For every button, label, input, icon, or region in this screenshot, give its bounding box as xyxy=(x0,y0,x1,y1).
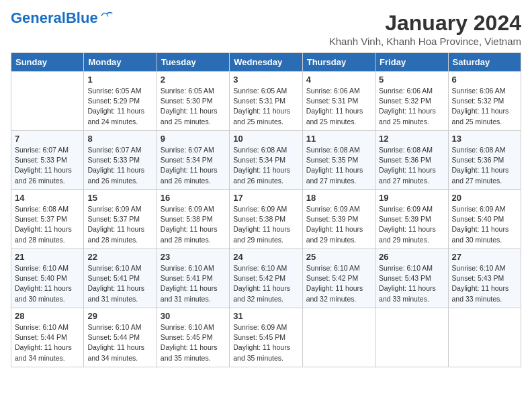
day-number: 7 xyxy=(15,134,80,144)
day-content: Sunrise: 6:10 AM Sunset: 5:44 PM Dayligh… xyxy=(15,322,80,363)
calendar-day-header: Wednesday xyxy=(230,53,302,72)
day-number: 26 xyxy=(379,252,444,262)
day-number: 16 xyxy=(161,193,226,203)
day-content: Sunrise: 6:09 AM Sunset: 5:37 PM Dayligh… xyxy=(87,204,152,245)
day-content: Sunrise: 6:10 AM Sunset: 5:43 PM Dayligh… xyxy=(452,263,517,304)
calendar-cell xyxy=(448,308,521,367)
calendar-body: 1Sunrise: 6:05 AM Sunset: 5:29 PM Daylig… xyxy=(11,72,521,367)
calendar-cell: 28Sunrise: 6:10 AM Sunset: 5:44 PM Dayli… xyxy=(11,308,84,367)
day-content: Sunrise: 6:09 AM Sunset: 5:38 PM Dayligh… xyxy=(233,204,298,245)
calendar-cell xyxy=(375,308,448,367)
day-content: Sunrise: 6:09 AM Sunset: 5:39 PM Dayligh… xyxy=(306,204,371,245)
day-number: 9 xyxy=(161,134,226,144)
calendar-cell: 4Sunrise: 6:06 AM Sunset: 5:31 PM Daylig… xyxy=(302,72,375,131)
calendar-day-header: Sunday xyxy=(11,53,84,72)
calendar-cell: 17Sunrise: 6:09 AM Sunset: 5:38 PM Dayli… xyxy=(230,190,302,249)
day-content: Sunrise: 6:06 AM Sunset: 5:32 PM Dayligh… xyxy=(452,86,517,127)
day-number: 28 xyxy=(15,311,80,321)
day-content: Sunrise: 6:08 AM Sunset: 5:37 PM Dayligh… xyxy=(15,204,80,245)
calendar-cell: 18Sunrise: 6:09 AM Sunset: 5:39 PM Dayli… xyxy=(302,190,375,249)
calendar-cell: 24Sunrise: 6:10 AM Sunset: 5:42 PM Dayli… xyxy=(230,249,302,308)
calendar-cell: 9Sunrise: 6:07 AM Sunset: 5:34 PM Daylig… xyxy=(157,131,229,190)
day-content: Sunrise: 6:07 AM Sunset: 5:33 PM Dayligh… xyxy=(87,145,152,186)
day-content: Sunrise: 6:08 AM Sunset: 5:36 PM Dayligh… xyxy=(452,145,517,186)
calendar-cell: 13Sunrise: 6:08 AM Sunset: 5:36 PM Dayli… xyxy=(448,131,521,190)
calendar-cell: 19Sunrise: 6:09 AM Sunset: 5:39 PM Dayli… xyxy=(375,190,448,249)
day-content: Sunrise: 6:08 AM Sunset: 5:35 PM Dayligh… xyxy=(306,145,371,186)
day-number: 5 xyxy=(379,75,444,85)
calendar-cell: 14Sunrise: 6:08 AM Sunset: 5:37 PM Dayli… xyxy=(11,190,84,249)
day-content: Sunrise: 6:08 AM Sunset: 5:36 PM Dayligh… xyxy=(379,145,444,186)
day-number: 10 xyxy=(233,134,298,144)
title-block: January 2024 Khanh Vinh, Khanh Hoa Provi… xyxy=(329,11,521,47)
calendar-cell: 29Sunrise: 6:10 AM Sunset: 5:44 PM Dayli… xyxy=(84,308,157,367)
day-content: Sunrise: 6:10 AM Sunset: 5:43 PM Dayligh… xyxy=(379,263,444,304)
logo: GeneralBlue xyxy=(11,11,113,26)
day-number: 23 xyxy=(161,252,226,262)
day-content: Sunrise: 6:07 AM Sunset: 5:33 PM Dayligh… xyxy=(15,145,80,186)
day-content: Sunrise: 6:06 AM Sunset: 5:31 PM Dayligh… xyxy=(306,86,371,127)
day-number: 3 xyxy=(233,75,298,85)
day-number: 20 xyxy=(452,193,517,203)
day-number: 21 xyxy=(15,252,80,262)
calendar-cell: 8Sunrise: 6:07 AM Sunset: 5:33 PM Daylig… xyxy=(84,131,157,190)
day-content: Sunrise: 6:10 AM Sunset: 5:45 PM Dayligh… xyxy=(161,322,226,363)
calendar-day-header: Tuesday xyxy=(157,53,229,72)
day-number: 15 xyxy=(87,193,152,203)
day-number: 8 xyxy=(87,134,152,144)
calendar-cell: 5Sunrise: 6:06 AM Sunset: 5:32 PM Daylig… xyxy=(375,72,448,131)
logo-text: GeneralBlue xyxy=(11,11,98,26)
calendar-cell: 16Sunrise: 6:09 AM Sunset: 5:38 PM Dayli… xyxy=(157,190,229,249)
calendar-week-row: 21Sunrise: 6:10 AM Sunset: 5:40 PM Dayli… xyxy=(11,249,521,308)
calendar-cell: 7Sunrise: 6:07 AM Sunset: 5:33 PM Daylig… xyxy=(11,131,84,190)
day-number: 19 xyxy=(379,193,444,203)
day-number: 12 xyxy=(379,134,444,144)
calendar-cell: 27Sunrise: 6:10 AM Sunset: 5:43 PM Dayli… xyxy=(448,249,521,308)
logo-bird-icon xyxy=(101,10,113,19)
calendar-week-row: 14Sunrise: 6:08 AM Sunset: 5:37 PM Dayli… xyxy=(11,190,521,249)
calendar-header-row: SundayMondayTuesdayWednesdayThursdayFrid… xyxy=(11,53,521,72)
day-content: Sunrise: 6:07 AM Sunset: 5:34 PM Dayligh… xyxy=(161,145,226,186)
day-content: Sunrise: 6:05 AM Sunset: 5:29 PM Dayligh… xyxy=(87,86,152,127)
calendar-cell: 12Sunrise: 6:08 AM Sunset: 5:36 PM Dayli… xyxy=(375,131,448,190)
day-content: Sunrise: 6:06 AM Sunset: 5:32 PM Dayligh… xyxy=(379,86,444,127)
calendar-week-row: 28Sunrise: 6:10 AM Sunset: 5:44 PM Dayli… xyxy=(11,308,521,367)
day-number: 27 xyxy=(452,252,517,262)
day-content: Sunrise: 6:09 AM Sunset: 5:40 PM Dayligh… xyxy=(452,204,517,245)
calendar-cell: 2Sunrise: 6:05 AM Sunset: 5:30 PM Daylig… xyxy=(157,72,229,131)
calendar-day-header: Thursday xyxy=(302,53,375,72)
month-title: January 2024 xyxy=(329,11,521,36)
day-number: 18 xyxy=(306,193,371,203)
page-header: GeneralBlue January 2024 Khanh Vinh, Kha… xyxy=(11,11,521,47)
day-number: 31 xyxy=(233,311,298,321)
calendar-day-header: Monday xyxy=(84,53,157,72)
day-content: Sunrise: 6:10 AM Sunset: 5:42 PM Dayligh… xyxy=(306,263,371,304)
day-number: 11 xyxy=(306,134,371,144)
day-number: 6 xyxy=(452,75,517,85)
day-content: Sunrise: 6:09 AM Sunset: 5:45 PM Dayligh… xyxy=(233,322,298,363)
day-content: Sunrise: 6:09 AM Sunset: 5:39 PM Dayligh… xyxy=(379,204,444,245)
day-number: 1 xyxy=(87,75,152,85)
day-number: 22 xyxy=(87,252,152,262)
calendar-week-row: 1Sunrise: 6:05 AM Sunset: 5:29 PM Daylig… xyxy=(11,72,521,131)
calendar-table: SundayMondayTuesdayWednesdayThursdayFrid… xyxy=(11,52,521,367)
calendar-cell: 6Sunrise: 6:06 AM Sunset: 5:32 PM Daylig… xyxy=(448,72,521,131)
calendar-week-row: 7Sunrise: 6:07 AM Sunset: 5:33 PM Daylig… xyxy=(11,131,521,190)
calendar-cell: 30Sunrise: 6:10 AM Sunset: 5:45 PM Dayli… xyxy=(157,308,229,367)
day-number: 29 xyxy=(87,311,152,321)
calendar-cell: 20Sunrise: 6:09 AM Sunset: 5:40 PM Dayli… xyxy=(448,190,521,249)
day-content: Sunrise: 6:10 AM Sunset: 5:41 PM Dayligh… xyxy=(161,263,226,304)
day-number: 2 xyxy=(161,75,226,85)
calendar-day-header: Friday xyxy=(375,53,448,72)
calendar-cell: 15Sunrise: 6:09 AM Sunset: 5:37 PM Dayli… xyxy=(84,190,157,249)
calendar-cell: 22Sunrise: 6:10 AM Sunset: 5:41 PM Dayli… xyxy=(84,249,157,308)
location-text: Khanh Vinh, Khanh Hoa Province, Vietnam xyxy=(329,36,521,47)
calendar-cell xyxy=(302,308,375,367)
day-content: Sunrise: 6:09 AM Sunset: 5:38 PM Dayligh… xyxy=(161,204,226,245)
calendar-cell xyxy=(11,72,84,131)
day-number: 30 xyxy=(161,311,226,321)
day-number: 24 xyxy=(233,252,298,262)
calendar-cell: 26Sunrise: 6:10 AM Sunset: 5:43 PM Dayli… xyxy=(375,249,448,308)
calendar-cell: 23Sunrise: 6:10 AM Sunset: 5:41 PM Dayli… xyxy=(157,249,229,308)
calendar-cell: 31Sunrise: 6:09 AM Sunset: 5:45 PM Dayli… xyxy=(230,308,302,367)
